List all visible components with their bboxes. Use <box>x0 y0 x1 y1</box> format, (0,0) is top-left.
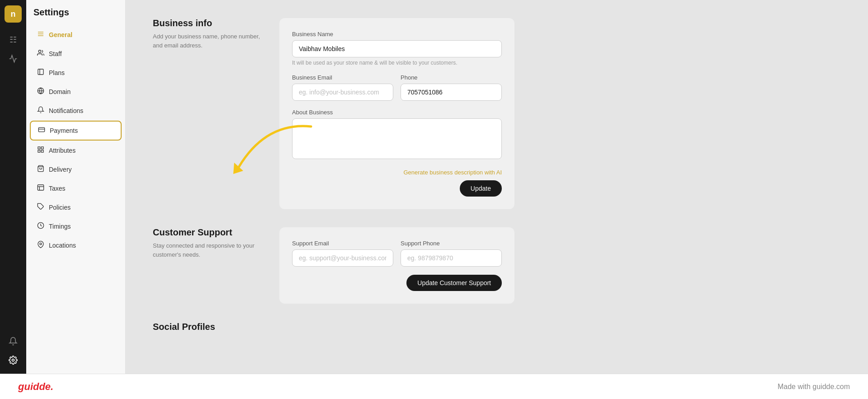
ai-link-text: Generate business description with AI <box>403 169 502 176</box>
update-btn-wrapper: Update <box>292 180 502 197</box>
customer-support-label: Customer Support Stay connected and resp… <box>153 227 261 304</box>
phone-input[interactable] <box>401 84 502 101</box>
svg-point-21 <box>40 243 42 245</box>
icon-sidebar-bottom <box>5 333 21 374</box>
payments-icon <box>38 126 45 135</box>
taxes-icon <box>37 184 44 193</box>
attributes-icon <box>37 146 44 155</box>
sidebar-item-label: Staff <box>49 50 62 57</box>
plans-icon <box>37 68 44 77</box>
svg-rect-13 <box>41 150 43 152</box>
gear-nav-icon[interactable] <box>5 352 21 368</box>
customer-support-section: Customer Support Stay connected and resp… <box>153 227 841 304</box>
customer-support-desc: Stay connected and responsive to your cu… <box>153 241 261 259</box>
update-support-btn-wrapper: Update Customer Support <box>292 275 502 291</box>
business-info-form: Business Name It will be used as your st… <box>279 18 514 209</box>
svg-rect-5 <box>38 69 43 75</box>
icon-sidebar: n ☷ <box>0 0 26 374</box>
business-name-input[interactable] <box>292 40 502 57</box>
policies-icon <box>37 203 44 212</box>
delivery-icon <box>37 165 44 174</box>
ai-link[interactable]: Generate business description with AI <box>292 169 502 176</box>
support-email-input[interactable] <box>292 249 393 267</box>
business-email-input[interactable] <box>292 84 393 101</box>
update-customer-support-button[interactable]: Update Customer Support <box>406 275 502 291</box>
business-email-label: Business Email <box>292 74 393 81</box>
business-name-helper: It will be used as your store name & wil… <box>292 60 502 66</box>
store-nav-icon[interactable]: ☷ <box>5 32 21 48</box>
sidebar-item-notifications[interactable]: Notifications <box>30 102 122 120</box>
customer-support-form: Support Email Support Phone Update Custo… <box>279 227 514 304</box>
sidebar-item-label: General <box>49 31 72 38</box>
sidebar-item-domain[interactable]: Domain <box>30 83 122 101</box>
sidebar-item-label: Plans <box>49 69 65 76</box>
social-profiles-label: Social Profiles <box>153 322 261 336</box>
sidebar-item-label: Domain <box>49 88 71 95</box>
about-group: About Business <box>292 109 502 161</box>
logo-text: n <box>11 9 16 19</box>
business-name-group: Business Name It will be used as your st… <box>292 31 502 66</box>
sidebar-item-locations[interactable]: Locations <box>30 236 122 254</box>
chart-nav-icon[interactable] <box>5 51 21 67</box>
made-with-text: Made with guidde.com <box>778 383 850 391</box>
sidebar-item-label: Taxes <box>49 185 66 192</box>
about-textarea[interactable] <box>292 118 502 159</box>
domain-icon <box>37 87 44 96</box>
bottom-bar: guidde. Made with guidde.com <box>0 374 868 399</box>
social-profiles-section: Social Profiles <box>153 322 841 336</box>
social-profiles-title: Social Profiles <box>153 322 261 332</box>
email-phone-row: Business Email Phone <box>292 74 502 101</box>
sidebar-item-payments[interactable]: Payments <box>30 121 122 141</box>
guidde-logo-text: guidde. <box>18 381 53 392</box>
support-phone-input[interactable] <box>401 249 502 267</box>
support-phone-label: Support Phone <box>401 240 502 247</box>
svg-point-4 <box>38 50 41 52</box>
update-business-button[interactable]: Update <box>460 180 502 197</box>
svg-rect-16 <box>38 185 43 190</box>
support-contact-row: Support Email Support Phone <box>292 240 502 267</box>
sidebar-item-taxes[interactable]: Taxes <box>30 179 122 197</box>
phone-label: Phone <box>401 74 502 81</box>
sidebar-item-label: Attributes <box>49 147 75 154</box>
business-email-group: Business Email <box>292 74 393 101</box>
sidebar-item-staff[interactable]: Staff <box>30 45 122 63</box>
support-email-group: Support Email <box>292 240 393 267</box>
business-info-label: Business info Add your business name, ph… <box>153 18 261 209</box>
general-icon <box>37 30 44 39</box>
page-title: Settings <box>26 7 125 25</box>
svg-point-0 <box>12 359 14 361</box>
svg-rect-12 <box>41 147 43 149</box>
business-name-label: Business Name <box>292 31 502 38</box>
business-info-section: Business info Add your business name, ph… <box>153 18 841 209</box>
svg-rect-11 <box>38 147 40 149</box>
notifications-icon <box>37 106 44 115</box>
bell-nav-icon[interactable] <box>5 333 21 349</box>
svg-rect-14 <box>38 150 40 152</box>
about-label: About Business <box>292 109 502 116</box>
guidde-logo: guidde. <box>18 381 53 393</box>
support-email-label: Support Email <box>292 240 393 247</box>
app-logo[interactable]: n <box>5 5 22 23</box>
sidebar-item-policies[interactable]: Policies <box>30 198 122 216</box>
sidebar-item-plans[interactable]: Plans <box>30 64 122 82</box>
main-content: Business info Add your business name, ph… <box>126 0 868 374</box>
sidebar-item-label: Policies <box>49 204 71 211</box>
sidebar-item-label: Delivery <box>49 166 72 173</box>
sidebar-item-label: Locations <box>49 242 76 249</box>
support-phone-group: Support Phone <box>401 240 502 267</box>
business-info-desc: Add your business name, phone number, an… <box>153 32 261 50</box>
locations-icon <box>37 241 44 250</box>
phone-group: Phone <box>401 74 502 101</box>
sidebar-item-general[interactable]: General <box>30 26 122 44</box>
sidebar-item-label: Notifications <box>49 107 83 114</box>
staff-icon <box>37 49 44 58</box>
sidebar-item-label: Timings <box>49 223 71 230</box>
sidebar-item-delivery[interactable]: Delivery <box>30 160 122 178</box>
svg-rect-9 <box>38 127 44 131</box>
sidebar-item-timings[interactable]: Timings <box>30 217 122 235</box>
sidebar-item-attributes[interactable]: Attributes <box>30 141 122 160</box>
business-info-title: Business info <box>153 18 261 28</box>
timings-icon <box>37 222 44 231</box>
sidebar-item-label: Payments <box>50 127 78 134</box>
customer-support-title: Customer Support <box>153 227 261 238</box>
